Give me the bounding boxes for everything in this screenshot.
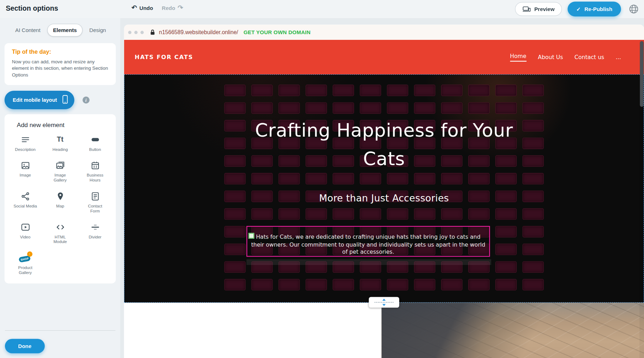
element-html-module[interactable]: HTML Module: [43, 222, 78, 244]
hero-tile: [279, 173, 300, 184]
preview-button[interactable]: Preview: [515, 2, 562, 16]
site-logo[interactable]: HATS FOR CATS: [135, 54, 193, 60]
hero-tile: [522, 226, 544, 237]
hero-tile: [495, 244, 517, 255]
done-button[interactable]: Done: [5, 339, 45, 353]
element-image[interactable]: Image: [8, 160, 43, 183]
hero-tile: [360, 173, 381, 184]
resize-arrow-up-icon: [382, 299, 386, 301]
next-section-blank: [124, 303, 382, 358]
map-icon: [55, 191, 65, 201]
sidebar: AI Content Elements Design Tip of the da…: [0, 18, 120, 358]
element-label: Product Gallery: [14, 265, 37, 275]
site-url: n1566589.websitebuilder.online/: [159, 29, 238, 35]
element-video[interactable]: Video: [8, 222, 43, 244]
monitor-icon: [522, 6, 530, 12]
redo-button[interactable]: Redo ↷: [162, 5, 183, 11]
element-product-gallery[interactable]: SHOP ↑ Product Gallery: [8, 253, 43, 275]
hero-title[interactable]: Crafting Happiness for Your Cats: [240, 116, 528, 173]
nav-more-button[interactable]: ...: [616, 54, 621, 60]
hero-tile: [279, 208, 300, 220]
element-map[interactable]: Map: [43, 191, 78, 214]
hero-tile: [251, 173, 273, 184]
hero-tile: [251, 85, 273, 96]
hero-tile: [522, 173, 544, 184]
element-label: Divider: [89, 235, 101, 239]
republish-button[interactable]: ✓ Re-Publish: [568, 2, 621, 17]
hero-tile: [224, 85, 246, 96]
hero-tile: [414, 173, 436, 184]
business-hours-icon: [90, 160, 100, 170]
next-section[interactable]: [124, 303, 644, 358]
tip-title: Tip of the day:: [12, 48, 108, 55]
hero-tile: [522, 102, 544, 114]
element-button[interactable]: Button: [78, 135, 112, 152]
undo-label: Undo: [139, 5, 153, 11]
hero-tile: [224, 261, 246, 273]
hero-tile: [495, 261, 517, 273]
nav-home[interactable]: Home: [510, 53, 526, 62]
social-media-icon: [20, 191, 30, 201]
element-contact-form[interactable]: Contact Form: [78, 191, 112, 214]
redo-label: Redo: [162, 5, 175, 11]
get-domain-link[interactable]: GET YOUR OWN DOMAIN: [243, 29, 310, 35]
topbar: Section options ↶ Undo Redo ↷ Preview: [0, 0, 644, 18]
element-business-hours[interactable]: Business Hours: [78, 160, 112, 183]
selected-paragraph-element[interactable]: Hats for Cats, we are dedicated to craft…: [247, 226, 490, 257]
site-header: HATS FOR CATS Home About Us Contact us .…: [124, 40, 644, 74]
element-description[interactable]: Description: [8, 135, 43, 152]
info-icon[interactable]: i: [83, 96, 90, 104]
element-divider[interactable]: Divider: [78, 222, 112, 244]
hero-tile: [495, 208, 517, 220]
hero-tile: [495, 226, 517, 237]
tab-design[interactable]: Design: [84, 24, 111, 36]
element-label: Heading: [53, 147, 68, 152]
undo-button[interactable]: ↶ Undo: [131, 5, 153, 11]
hero-ghost-bar: [247, 259, 491, 265]
hero-tile: [495, 85, 517, 96]
element-social-media[interactable]: Social Media: [8, 191, 43, 214]
element-label: Social Media: [14, 204, 37, 209]
globe-icon: [628, 4, 639, 14]
hero-tile: [360, 102, 381, 114]
hero-tile: [387, 208, 408, 220]
resize-arrow-down-icon: [382, 304, 386, 306]
language-globe-button[interactable]: [627, 2, 641, 16]
hero-section[interactable]: Crafting Happiness for Your Cats More th…: [124, 74, 644, 303]
element-image-gallery[interactable]: Image Gallery: [43, 160, 78, 183]
page-title: Section options: [6, 5, 58, 13]
hero-tile: [333, 208, 354, 220]
hero-tile: [495, 279, 517, 290]
check-icon: ✓: [576, 6, 581, 12]
scrollbar-thumb[interactable]: [640, 41, 643, 107]
element-label: Description: [15, 147, 36, 152]
hero-tile: [224, 279, 246, 290]
element-label: Contact Form: [83, 204, 107, 214]
hero-tile: [251, 279, 273, 290]
nav-about-us[interactable]: About Us: [538, 54, 563, 60]
hero-tile: [279, 279, 300, 290]
window-dot: [134, 31, 137, 34]
hero-paragraph[interactable]: Hats for Cats, we are dedicated to craft…: [247, 227, 489, 256]
edit-mobile-layout-button[interactable]: Edit mobile layout: [5, 91, 74, 109]
hero-tile: [522, 261, 544, 273]
window-dot: [128, 31, 131, 34]
hero-tile: [279, 102, 300, 114]
element-heading[interactable]: Tt Heading: [43, 135, 78, 152]
browser-bar: n1566589.websitebuilder.online/ GET YOUR…: [124, 25, 644, 40]
tab-ai-content[interactable]: AI Content: [10, 24, 46, 36]
hero-tile: [468, 279, 490, 290]
republish-label: Re-Publish: [585, 6, 612, 12]
tab-elements[interactable]: Elements: [47, 24, 83, 37]
hero-subtitle[interactable]: More than Just Accessories: [125, 193, 644, 203]
element-label: HTML Module: [48, 235, 72, 244]
html-module-icon: [55, 222, 65, 232]
nav-contact-us[interactable]: Contact us: [575, 54, 605, 60]
section-resize-handle[interactable]: [369, 297, 399, 308]
site-nav: Home About Us Contact us ...: [510, 53, 621, 62]
drag-handle[interactable]: [248, 233, 254, 239]
hero-tile: [414, 85, 436, 96]
mobile-layout-row: Edit mobile layout i: [5, 91, 116, 109]
sidebar-divider: [5, 330, 116, 331]
lock-icon: [150, 29, 155, 35]
